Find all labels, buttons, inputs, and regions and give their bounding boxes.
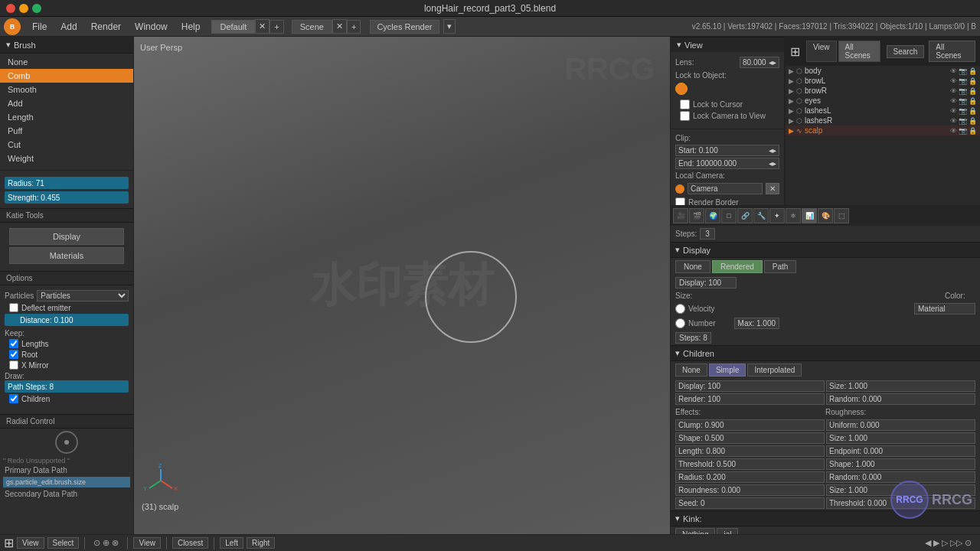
brush-header[interactable]: ▾ Brush bbox=[0, 37, 133, 54]
render-engine-arrow[interactable]: ▾ bbox=[443, 19, 456, 34]
children-header[interactable]: ▾ Children bbox=[671, 345, 980, 361]
steps-8-val[interactable]: Steps: 8 bbox=[675, 332, 711, 344]
radial-control-header[interactable]: Radial Control bbox=[0, 414, 133, 429]
maximize-button[interactable] bbox=[32, 4, 41, 13]
props-tab-world[interactable]: 🌍 bbox=[705, 208, 720, 223]
steps-value[interactable]: 3 bbox=[700, 228, 715, 240]
children-checkbox[interactable] bbox=[9, 394, 18, 403]
brush-none[interactable]: None bbox=[0, 55, 133, 69]
kink-nothing-btn[interactable]: Nothing bbox=[675, 528, 715, 534]
endpoint-val[interactable]: Endpoint: 0.000 bbox=[826, 445, 975, 457]
lock-camera-row[interactable]: Lock Camera to View bbox=[680, 111, 775, 121]
lock-cursor-row[interactable]: Lock to Cursor bbox=[680, 99, 775, 109]
props-tab-modifier[interactable]: 🔧 bbox=[753, 208, 769, 223]
eyes-lock-icon[interactable]: 🔒 bbox=[969, 97, 977, 105]
outline-item-body[interactable]: ▶ ⬡ body 👁 📷 🔒 bbox=[786, 66, 980, 76]
lashesR-visibility-icon[interactable]: 👁 bbox=[950, 117, 957, 125]
brush-weight[interactable]: Weight bbox=[0, 152, 133, 165]
scene-tab-add[interactable]: + bbox=[347, 20, 361, 34]
brush-smooth[interactable]: Smooth bbox=[0, 83, 133, 96]
seed-val[interactable]: Seed: 0 bbox=[675, 497, 825, 509]
props-tab-render[interactable]: 🎥 bbox=[673, 208, 688, 223]
view-btn-bottom[interactable]: View bbox=[17, 537, 44, 549]
scene-tab[interactable]: Scene bbox=[292, 20, 332, 34]
body-visibility-icon[interactable]: 👁 bbox=[950, 67, 957, 75]
props-tab-material[interactable]: 🎨 bbox=[818, 208, 833, 223]
display-path-btn[interactable]: Path bbox=[764, 260, 797, 273]
children-display-val[interactable]: Display: 100 bbox=[675, 380, 825, 392]
max-val[interactable]: Max: 1.000 bbox=[734, 318, 779, 329]
menu-render[interactable]: Render bbox=[85, 20, 127, 34]
strength-slider[interactable]: Strength: 0.455 bbox=[5, 191, 129, 204]
outline-item-scalp[interactable]: ▶ ∿ scalp 👁 📷 🔒 bbox=[786, 126, 980, 135]
view-panel-header[interactable]: ▾ View bbox=[671, 37, 784, 52]
children-render-val[interactable]: Render: 100 bbox=[675, 393, 825, 405]
brush-add[interactable]: Add bbox=[0, 96, 133, 110]
root-checkbox[interactable] bbox=[9, 350, 18, 359]
layout-default-tab[interactable]: Default bbox=[211, 20, 255, 34]
browL-visibility-icon[interactable]: 👁 bbox=[950, 77, 957, 85]
left-btn[interactable]: Left bbox=[220, 537, 243, 549]
children-random-val[interactable]: Random: 0.000 bbox=[826, 393, 975, 405]
props-tab-texture[interactable]: ⬚ bbox=[834, 208, 849, 223]
velocity-radio[interactable] bbox=[675, 304, 685, 314]
uniform-val[interactable]: Uniform: 0.000 bbox=[826, 419, 975, 431]
radius-val[interactable]: Radius: 0.200 bbox=[675, 471, 825, 483]
view2-btn[interactable]: View bbox=[133, 537, 161, 549]
camera-input[interactable]: Camera bbox=[688, 183, 763, 194]
search-button[interactable]: Search bbox=[887, 45, 925, 58]
browL-lock-icon[interactable]: 🔒 bbox=[969, 77, 977, 85]
render-engine-select[interactable]: Cycles Render bbox=[370, 20, 439, 34]
props-tab-particles[interactable]: ✦ bbox=[769, 208, 785, 223]
browR-lock-icon[interactable]: 🔒 bbox=[969, 87, 977, 95]
props-tab-data[interactable]: 📊 bbox=[802, 208, 817, 223]
number-radio[interactable] bbox=[675, 318, 685, 328]
props-tab-physics[interactable]: ⚛ bbox=[786, 208, 801, 223]
layout-tab-add[interactable]: + bbox=[270, 20, 283, 34]
browR-render-icon[interactable]: 📷 bbox=[959, 87, 967, 95]
layout-tab-close[interactable]: ✕ bbox=[255, 19, 270, 34]
brush-length[interactable]: Length bbox=[0, 110, 133, 124]
lengths-checkbox[interactable] bbox=[9, 339, 18, 348]
menu-window[interactable]: Window bbox=[129, 20, 174, 34]
display-section-header[interactable]: ▾ Display bbox=[671, 242, 980, 258]
materials-button[interactable]: Materials bbox=[9, 247, 124, 264]
children-none-btn[interactable]: None bbox=[675, 364, 707, 377]
camera-close-btn[interactable]: ✕ bbox=[766, 183, 779, 194]
children-size-val[interactable]: Size: 1.000 bbox=[826, 380, 975, 392]
browL-render-icon[interactable]: 📷 bbox=[959, 77, 967, 85]
outline-item-browR[interactable]: ▶ ⬡ browR 👁 📷 🔒 bbox=[786, 86, 980, 96]
viewport[interactable]: 水印素材 RRCG X Y Z User Persp (31) scalp bbox=[134, 37, 670, 534]
lock-cursor-checkbox[interactable] bbox=[680, 99, 690, 109]
scalp-visibility-icon[interactable]: 👁 bbox=[950, 127, 957, 135]
clip-end-input[interactable]: End: 100000.000 ◂▸ bbox=[675, 158, 779, 169]
lens-input[interactable]: 80.000 ◂▸ bbox=[740, 57, 779, 68]
particles-select[interactable]: Particles bbox=[37, 290, 129, 302]
scalp-lock-icon[interactable]: 🔒 bbox=[969, 127, 977, 135]
deflect-emitter-checkbox[interactable] bbox=[9, 303, 18, 312]
scalp-render-icon[interactable]: 📷 bbox=[959, 127, 967, 135]
color-material-val[interactable]: Material bbox=[914, 303, 975, 315]
children-interpolated-btn[interactable]: Interpolated bbox=[747, 364, 802, 377]
display-none-btn[interactable]: None bbox=[675, 260, 710, 273]
eyes-render-icon[interactable]: 📷 bbox=[959, 97, 967, 105]
katie-tools-header[interactable]: Katie Tools bbox=[0, 208, 133, 223]
distance-slider[interactable]: Distance: 0.100 bbox=[5, 314, 129, 326]
search-btn[interactable]: All Scenes bbox=[838, 41, 880, 62]
brush-puff[interactable]: Puff bbox=[0, 124, 133, 138]
all-scenes-btn[interactable]: All Scenes bbox=[929, 41, 975, 62]
outline-item-eyes[interactable]: ▶ ⬡ eyes 👁 📷 🔒 bbox=[786, 96, 980, 106]
brush-comb[interactable]: Comb bbox=[0, 69, 133, 83]
roundness-val[interactable]: Roundness: 0.000 bbox=[675, 484, 825, 496]
display-button[interactable]: Display bbox=[9, 228, 124, 245]
props-tab-constraints[interactable]: 🔗 bbox=[737, 208, 753, 223]
lock-camera-checkbox[interactable] bbox=[680, 111, 690, 121]
select-btn-bottom[interactable]: Select bbox=[47, 537, 80, 549]
clump-val[interactable]: Clump: 0.900 bbox=[675, 419, 825, 431]
x-mirror-checkbox[interactable] bbox=[9, 360, 18, 370]
props-tab-scene[interactable]: 🎬 bbox=[689, 208, 704, 223]
brush-cut[interactable]: Cut bbox=[0, 138, 133, 152]
browR-visibility-icon[interactable]: 👁 bbox=[950, 87, 957, 95]
outline-item-lashesR[interactable]: ▶ ⬡ lashesR 👁 📷 🔒 bbox=[786, 116, 980, 126]
path-steps-slider[interactable]: Path Steps: 8 bbox=[5, 380, 129, 393]
